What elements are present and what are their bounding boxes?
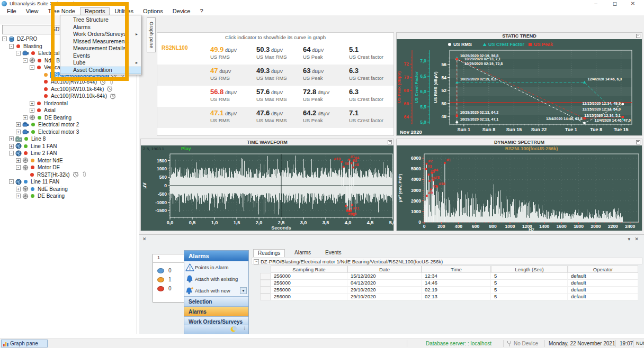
tree-expander-minus-icon[interactable]: -	[30, 65, 34, 70]
tree-expander-minus-icon[interactable]: -	[2, 36, 7, 41]
tree-expander-plus-icon[interactable]: +	[9, 144, 14, 149]
svg-text:1600: 1600	[557, 224, 567, 229]
column-header-date[interactable]: Date	[347, 265, 422, 273]
tree-item-horizontal[interactable]: +Horizontal	[30, 100, 69, 107]
moon-icon[interactable]	[230, 326, 237, 334]
bottom-panel-close-icon[interactable]: ✕	[634, 236, 639, 242]
alarms-action-attach-with-existing[interactable]: Attach with existing	[184, 273, 248, 285]
tree-item-label[interactable]: Acc100(RW10.10k-64k)	[50, 93, 108, 99]
menu-?[interactable]: ?	[195, 7, 208, 15]
svg-text:1800: 1800	[574, 224, 584, 229]
tree-item-label[interactable]: Line 1 FAN	[30, 143, 58, 149]
tree-expander-plus-icon[interactable]: +	[30, 108, 34, 113]
minimize-button[interactable]: –	[588, 0, 604, 7]
row-selector[interactable]	[260, 294, 271, 300]
tree-item-electrical-motor-2[interactable]: +Electrical motor 2	[16, 121, 80, 129]
table-cell: default	[568, 287, 638, 294]
alarms-action-points-in-alarm[interactable]: !Points in Alarm	[184, 261, 248, 273]
tree-item-label[interactable]: DZ-PRO	[16, 36, 38, 42]
row-selector[interactable]	[260, 287, 271, 294]
tree-item-blasting[interactable]: -Blasting	[9, 43, 43, 50]
breadcrumb-collapse-icon[interactable]: −	[254, 259, 259, 264]
tree-expander-minus-icon[interactable]: -	[9, 151, 14, 155]
tab-alarms[interactable]: Alarms	[290, 249, 315, 257]
svg-text:2,0: 2,0	[256, 220, 263, 225]
tree-item-label[interactable]: Line 8	[30, 136, 47, 142]
tree-item-label[interactable]: DE Bearing	[37, 193, 66, 199]
graph-pane-tab[interactable]: Graph pane	[147, 17, 156, 52]
tree-item-label[interactable]: Acc100(RW10.1k-64k)	[50, 86, 105, 92]
tree-item-label[interactable]: RS2T(Ht-32k)	[36, 172, 71, 178]
tree-item-nde-bearing[interactable]: +NdE Bearing	[16, 186, 69, 193]
tree-expander-minus-icon[interactable]: -	[9, 44, 14, 49]
row-selector[interactable]	[260, 273, 271, 280]
tree-item-label[interactable]: Electrical motor 2	[37, 122, 80, 127]
tree-expander-plus-icon[interactable]: +	[16, 187, 21, 191]
attach-dropdown-button[interactable]: ▼	[240, 287, 247, 294]
tree-item-label[interactable]: Horizontal	[43, 100, 69, 106]
tree-expander-plus-icon[interactable]: +	[16, 130, 21, 134]
tree-item-acc100-rw10-1k-64k-[interactable]: Acc100(RW10.1k-64k)	[37, 86, 114, 93]
row-selector[interactable]	[260, 280, 271, 287]
tree-expander-plus-icon[interactable]: +	[16, 158, 21, 163]
bottom-panel-collapse-icon[interactable]: ▾	[628, 236, 630, 242]
reading-value: 5.1	[349, 45, 395, 53]
reading-cell: 47 dBμVUS RMS	[210, 67, 256, 81]
tree-item-de-bearing[interactable]: +DE Bearing	[16, 193, 66, 200]
bottom-panel-close-left-icon[interactable]: ✕	[142, 236, 147, 242]
alarm-summary-col-level[interactable]: 1	[157, 255, 160, 260]
tree-expander-plus-icon[interactable]: +	[16, 194, 21, 198]
tree-item-label[interactable]: Line 11 FAN	[30, 179, 60, 185]
tree-item-line-1-fan[interactable]: +Line 1 FAN	[9, 143, 58, 150]
tree-item-rs2t-ht-32k-[interactable]: RS2T(Ht-32k)	[23, 171, 88, 179]
tree-expander-plus-icon[interactable]: +	[16, 122, 21, 127]
alarms-action-attach-with-new[interactable]: Attach with new▼	[184, 285, 248, 296]
menu-view[interactable]: View	[21, 7, 43, 15]
column-header-time[interactable]: Time	[422, 265, 491, 273]
tree-item-electrical-motor-3[interactable]: +Electrical motor 3	[16, 129, 80, 136]
tree-item-line-2-fan[interactable]: -Line 2 FAN	[9, 150, 58, 157]
tree-item-dz-pro[interactable]: -DZ-PRO	[2, 35, 38, 43]
tree-item-motor-de[interactable]: -Motor DE	[16, 164, 61, 171]
graph-pane-taskbar-button[interactable]: Graph pane	[1, 340, 48, 347]
more-options-icon[interactable]: ⁞	[244, 325, 245, 331]
menu-device[interactable]: Device	[168, 7, 195, 15]
menu-options[interactable]: Options	[138, 7, 168, 15]
tree-item-label[interactable]: Blasting	[22, 43, 43, 49]
tree-expander-minus-icon[interactable]: -	[9, 179, 14, 184]
tree-expander-plus-icon[interactable]: +	[9, 136, 14, 141]
tree-item-label[interactable]: NdE Bearing	[37, 186, 69, 192]
tree-expander-minus-icon[interactable]: -	[16, 165, 21, 170]
tree-item-motor-nde[interactable]: +Motor NdE	[16, 157, 64, 164]
column-header-length-sec-[interactable]: Length (Sec)	[491, 265, 568, 273]
maximize-button[interactable]: ◻	[607, 0, 623, 7]
tree-expander-plus-icon[interactable]: +	[23, 115, 28, 120]
section-alarms[interactable]: Alarms	[184, 306, 248, 316]
tab-readings[interactable]: Readings	[253, 249, 285, 257]
tree-item-label[interactable]: Motor DE	[37, 164, 61, 170]
time-waveform-collapse-icon[interactable]	[388, 140, 392, 144]
tree-item-label[interactable]: Line 2 FAN	[30, 150, 58, 156]
tree-expander-plus-icon[interactable]: +	[30, 101, 34, 106]
tree-expander-minus-icon[interactable]: -	[23, 58, 28, 63]
tree-expander-minus-icon[interactable]: -	[16, 51, 21, 56]
tab-events[interactable]: Events	[321, 249, 346, 257]
close-button[interactable]: ✕	[625, 0, 641, 7]
reading-value: 57.6 dBμV	[256, 88, 302, 96]
tree-item-de-bearing[interactable]: +DE Bearing	[23, 114, 73, 122]
menu-file[interactable]: File	[2, 7, 21, 15]
tree-item-label[interactable]: DE Bearing	[43, 115, 73, 121]
static-trend-collapse-icon[interactable]	[636, 34, 640, 38]
tree-item-acc100-rw10-10k-64k-[interactable]: Acc100(RW10.10k-64k)	[37, 93, 117, 100]
tree-item-label[interactable]: Electrical motor 3	[37, 129, 80, 135]
dynamic-spectrum-collapse-icon[interactable]	[636, 140, 640, 144]
tree-item-axial[interactable]: +Axial	[30, 107, 57, 114]
tree-item-label[interactable]: Axial	[43, 107, 57, 113]
tree-item-line-11-fan[interactable]: -Line 11 FAN	[9, 178, 60, 186]
column-header-sampling-rate[interactable]: Sampling Rate	[271, 265, 347, 273]
section-selection[interactable]: Selection	[184, 296, 248, 306]
point-indicator-label[interactable]: RS2NL100	[162, 45, 187, 51]
column-header-operator[interactable]: Operator	[568, 265, 638, 273]
tree-item-line-8[interactable]: +Line 8	[9, 135, 47, 143]
tree-item-label[interactable]: Motor NdE	[37, 158, 64, 163]
